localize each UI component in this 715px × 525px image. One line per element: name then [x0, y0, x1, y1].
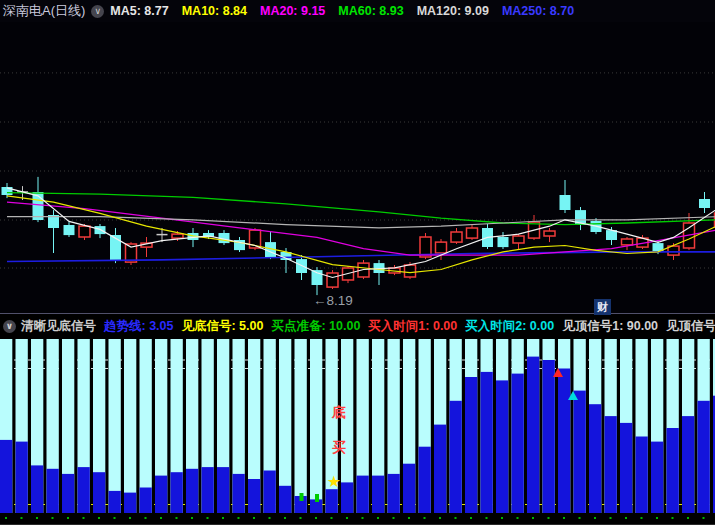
indicator-value-label: 买点准备: 10.00	[271, 318, 360, 335]
indicator-value-label: 见顶信号1: 90.00	[562, 318, 658, 335]
ma-value-label: MA250: 8.70	[502, 4, 574, 18]
indicator-collapse-icon[interactable]: ∨	[3, 320, 16, 333]
star-marker: ★	[327, 473, 341, 490]
indicator-value-label: 见顶信号2: 85.00	[666, 318, 715, 335]
annotation-layer: ←8.19	[313, 293, 353, 308]
ready-signal-bar	[315, 494, 319, 502]
signal-char-label: 买	[332, 439, 346, 455]
ready-signal-bar	[300, 493, 304, 501]
top-bar: 深南电A(日线) ∨ MA5: 8.77MA10: 8.84MA20: 9.15…	[0, 0, 715, 22]
indicator-title: 清晰见底信号	[21, 318, 96, 335]
ma-value-label: MA10: 8.84	[182, 4, 247, 18]
indicator-value-label: 趋势线: 3.05	[104, 318, 173, 335]
ma-values-row: MA5: 8.77MA10: 8.84MA20: 9.15MA60: 8.93M…	[110, 4, 574, 18]
signal-char-label: 底	[331, 404, 346, 420]
watermark-badge: 财	[594, 299, 611, 315]
ma-value-label: MA20: 9.15	[260, 4, 325, 18]
indicator-value-label: 买入时间2: 0.00	[465, 318, 554, 335]
indicator-value-label: 买入时间1: 0.00	[368, 318, 457, 335]
ma-value-label: MA120: 9.09	[417, 4, 489, 18]
candlestick-chart-svg[interactable]: ←8.19	[0, 22, 715, 313]
bottom-ticks-layer	[5, 517, 715, 519]
bars-layer	[0, 339, 715, 513]
collapse-chevron-icon[interactable]: ∨	[91, 5, 104, 18]
indicator-bars-svg[interactable]: ★底买	[0, 338, 715, 525]
indicator-header: ∨ 清晰见底信号 趋势线: 3.05见底信号: 5.00买点准备: 10.00买…	[0, 314, 715, 338]
main-price-chart[interactable]: ←8.19	[0, 22, 715, 313]
indicator-values-row: 趋势线: 3.05见底信号: 5.00买点准备: 10.00买入时间1: 0.0…	[104, 318, 715, 335]
symbol-title: 深南电A(日线)	[3, 2, 85, 20]
indicator-panel[interactable]: ★底买	[0, 338, 715, 525]
ma-line-MA120	[7, 217, 715, 228]
ma-value-label: MA60: 8.93	[338, 4, 403, 18]
indicator-value-label: 见底信号: 5.00	[181, 318, 263, 335]
ma-value-label: MA5: 8.77	[110, 4, 168, 18]
low-price-annotation: ←8.19	[313, 293, 353, 308]
